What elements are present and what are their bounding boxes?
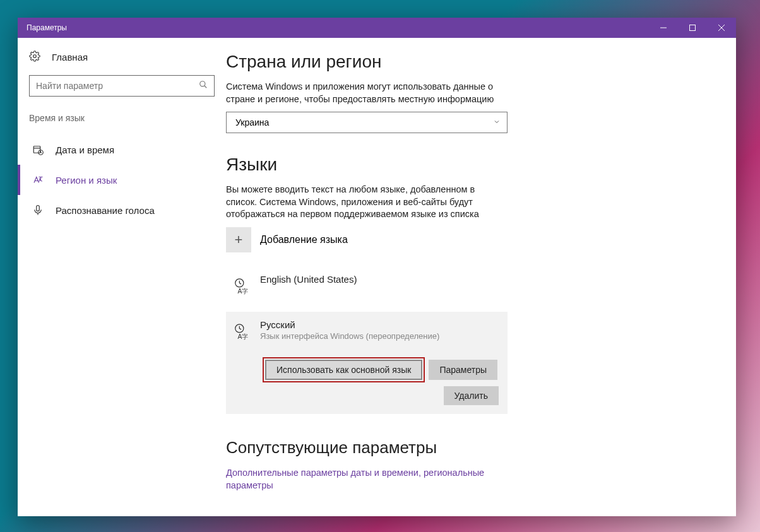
nav-item-region-language[interactable]: Регион и язык bbox=[18, 165, 226, 195]
remove-language-button[interactable]: Удалить bbox=[444, 386, 499, 405]
related-link[interactable]: Дополнительные параметры даты и времени,… bbox=[226, 466, 504, 492]
calendar-clock-icon bbox=[32, 144, 44, 155]
chevron-down-icon bbox=[493, 117, 501, 127]
close-button[interactable] bbox=[707, 18, 736, 38]
microphone-icon bbox=[32, 204, 44, 216]
language-options-button[interactable]: Параметры bbox=[429, 360, 497, 380]
languages-heading: Языки bbox=[226, 155, 711, 175]
search-input[interactable] bbox=[36, 81, 199, 91]
svg-rect-7 bbox=[33, 146, 40, 153]
language-item-russian[interactable]: A字 Русский Язык интерфейса Windows (пере… bbox=[226, 312, 508, 414]
nav-item-speech[interactable]: Распознавание голоса bbox=[18, 195, 226, 225]
window-controls bbox=[649, 18, 736, 38]
home-label: Главная bbox=[52, 52, 88, 62]
sidebar-group-label: Время и язык bbox=[18, 107, 226, 134]
add-language-label: Добавление языка bbox=[260, 234, 348, 245]
sidebar: Главная Время и язык Дата и время Ре bbox=[18, 38, 226, 516]
maximize-button[interactable] bbox=[678, 18, 707, 38]
svg-rect-1 bbox=[690, 25, 696, 31]
add-language-button[interactable]: + Добавление языка bbox=[226, 227, 508, 252]
country-selected: Украина bbox=[235, 117, 493, 127]
language-pack-icon: A字 bbox=[230, 274, 255, 299]
search-box[interactable] bbox=[29, 75, 215, 97]
language-name: English (United States) bbox=[260, 274, 504, 285]
search-icon bbox=[199, 80, 208, 92]
main-content: Страна или регион Система Windows и прил… bbox=[226, 38, 736, 516]
language-subtitle: Язык интерфейса Windows (переопределение… bbox=[260, 331, 501, 341]
svg-rect-10 bbox=[37, 206, 40, 211]
home-link[interactable]: Главная bbox=[18, 49, 226, 73]
nav-item-date-time[interactable]: Дата и время bbox=[18, 134, 226, 165]
language-item-english[interactable]: A字 English (United States) bbox=[226, 268, 508, 305]
plus-icon: + bbox=[226, 227, 251, 252]
language-icon bbox=[32, 174, 44, 186]
language-name: Русский bbox=[260, 319, 501, 330]
titlebar[interactable]: Параметры bbox=[18, 18, 736, 38]
window-title: Параметры bbox=[27, 23, 649, 32]
gear-icon bbox=[29, 50, 40, 64]
svg-line-6 bbox=[205, 86, 207, 88]
related-heading: Сопутствующие параметры bbox=[226, 438, 711, 458]
svg-point-4 bbox=[33, 55, 37, 58]
svg-text:A字: A字 bbox=[238, 333, 249, 340]
set-default-button[interactable]: Использовать как основной язык bbox=[265, 360, 422, 380]
svg-text:A字: A字 bbox=[238, 288, 249, 295]
settings-window: Параметры Главная bbox=[18, 18, 736, 516]
nav-label: Распознавание голоса bbox=[56, 205, 155, 216]
country-dropdown[interactable]: Украина bbox=[226, 112, 508, 133]
region-heading: Страна или регион bbox=[226, 52, 711, 72]
languages-desc: Вы можете вводить текст на любом языке, … bbox=[226, 184, 504, 221]
nav-label: Дата и время bbox=[56, 145, 114, 155]
region-desc: Система Windows и приложения могут испол… bbox=[226, 81, 504, 105]
window-body: Главная Время и язык Дата и время Ре bbox=[18, 38, 736, 516]
minimize-button[interactable] bbox=[649, 18, 678, 38]
language-pack-icon: A字 bbox=[230, 319, 255, 345]
svg-point-5 bbox=[200, 81, 205, 86]
nav-label: Регион и язык bbox=[56, 175, 117, 186]
